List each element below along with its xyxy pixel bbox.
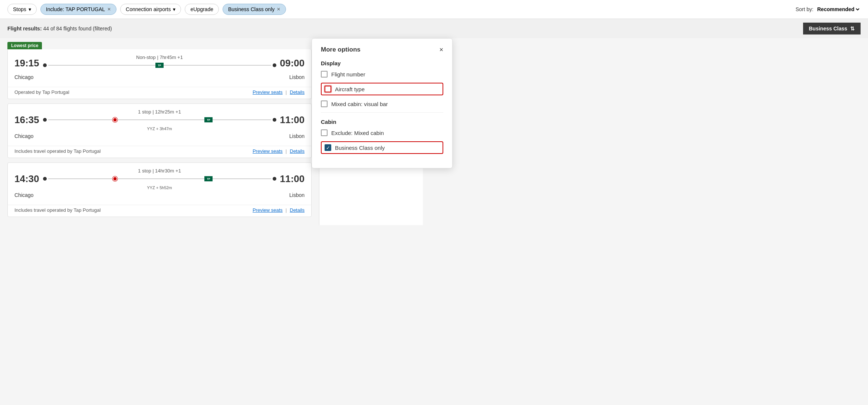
aircraft-type-checkbox[interactable] [325, 86, 331, 92]
business-class-only-label[interactable]: Business Class only [335, 145, 385, 151]
business-class-label: Business Class only [228, 6, 274, 12]
cabin-selector: Business Class ⇅ [803, 23, 861, 34]
cabin-label[interactable]: Business Class ⇅ [803, 23, 861, 34]
sort-select[interactable]: Recommended [816, 6, 861, 13]
panel-title: More options [321, 46, 361, 53]
route-info-2: 1 stop | 12hr25m +1 [138, 109, 181, 115]
flight-number-checkbox[interactable] [321, 71, 328, 78]
arrive-time-1: 09:00 [280, 57, 305, 69]
route-info-1: Non-stop | 7hr45m +1 [136, 55, 183, 60]
cabin-section-title: Cabin [321, 119, 443, 125]
stop-code-3: YYZ [147, 185, 155, 190]
depart-time-3: 14:30 [14, 173, 39, 185]
eupgrade-label: eUpgrade [190, 6, 213, 12]
from-city-1: Chicago [14, 74, 33, 80]
panel-close-icon[interactable]: × [439, 46, 443, 53]
sort-area: Sort by: Recommended [796, 6, 861, 13]
include-tap-filter[interactable]: Include: TAP PORTUGAL ✕ [40, 4, 116, 15]
tap-logo-2: TP [204, 117, 213, 122]
arrive-time-3: 11:00 [280, 173, 305, 185]
details-3[interactable]: Details [290, 207, 305, 213]
preview-seats-3[interactable]: Preview seats [253, 207, 283, 213]
layover-3: + 5h52m [156, 185, 172, 190]
stop-dot-2 [112, 118, 117, 122]
preview-seats-2[interactable]: Preview seats [253, 148, 283, 154]
dest-dot-1 [273, 63, 276, 67]
stop-marker-2 [112, 118, 117, 122]
table-row: 16:35 1 stop | 12hr25m +1 TP [7, 103, 312, 158]
from-city-2: Chicago [14, 133, 33, 139]
sort-by-label: Sort by: [796, 6, 813, 12]
exclude-mixed-label[interactable]: Exclude: Mixed cabin [331, 130, 384, 136]
route-line-1: TP [39, 62, 280, 69]
operated-by-2: Includes travel operated by Tap Portugal [14, 148, 101, 154]
flight-number-option: Flight number [321, 71, 443, 78]
dest-dot-3 [273, 177, 276, 181]
to-city-1: Lisbon [289, 74, 305, 80]
results-bar: Flight results: 44 of 84 flights found (… [0, 19, 868, 38]
stop-marker-3 [112, 177, 117, 181]
business-class-close-icon[interactable]: ✕ [277, 7, 280, 12]
from-city-3: Chicago [14, 192, 33, 198]
business-class-only-option: ✓ Business Class only [321, 141, 443, 154]
line-inner-1: TP [48, 65, 271, 66]
main-layout: Lowest price 19:15 Non-stop | 7hr45m +1 … [0, 38, 868, 225]
panel-divider [321, 112, 443, 113]
tap-logo-3: TP [204, 176, 213, 181]
stop-code-2: YYZ [147, 126, 155, 131]
business-class-only-checkbox[interactable]: ✓ [325, 144, 331, 151]
display-section-title: Display [321, 60, 443, 66]
cabin-dropdown-icon: ⇅ [850, 26, 855, 32]
more-options-panel: More options × Display Flight number Air… [312, 38, 453, 168]
route-info-3: 1 stop | 14hr30m +1 [138, 168, 181, 174]
lowest-price-badge-label: Lowest price [7, 42, 312, 49]
stops-filter-label: Stops [13, 6, 26, 12]
mixed-cabin-bar-checkbox[interactable] [321, 101, 328, 107]
to-city-3: Lisbon [289, 192, 305, 198]
line-inner-2: TP [48, 119, 271, 120]
table-row: 19:15 Non-stop | 7hr45m +1 TP [7, 49, 312, 99]
connection-airports-filter[interactable]: Connection airports ▾ [120, 4, 181, 15]
route-line-3: TP [39, 175, 280, 182]
arrive-time-2: 11:00 [280, 114, 305, 126]
depart-time-1: 19:15 [14, 57, 39, 69]
stops-dropdown-icon: ▾ [29, 6, 31, 12]
connection-airports-dropdown-icon: ▾ [173, 6, 175, 12]
filter-bar: Stops ▾ Include: TAP PORTUGAL ✕ Connecti… [0, 0, 868, 19]
results-text: Flight results: 44 of 84 flights found (… [7, 26, 112, 32]
origin-dot-2 [43, 118, 47, 122]
eupgrade-filter[interactable]: eUpgrade [185, 4, 219, 15]
depart-time-2: 16:35 [14, 114, 39, 126]
include-tap-label: Include: TAP PORTUGAL [46, 6, 105, 12]
include-tap-close-icon[interactable]: ✕ [107, 7, 111, 12]
operated-by-1: Operated by Tap Portugal [14, 89, 69, 95]
preview-seats-1[interactable]: Preview seats [253, 89, 283, 95]
tap-logo-1: TP [155, 63, 164, 68]
stops-filter[interactable]: Stops ▾ [7, 4, 37, 15]
aircraft-type-label[interactable]: Aircraft type [335, 86, 365, 92]
business-class-filter[interactable]: Business Class only ✕ [223, 4, 286, 15]
origin-dot-3 [43, 177, 47, 181]
to-city-2: Lisbon [289, 133, 305, 139]
layover-2: + 3h47m [156, 126, 172, 131]
details-2[interactable]: Details [290, 148, 305, 154]
details-1[interactable]: Details [290, 89, 305, 95]
route-line-2: TP [39, 116, 280, 124]
table-row: 14:30 1 stop | 14hr30m +1 TP [7, 162, 312, 217]
exclude-mixed-checkbox[interactable] [321, 129, 328, 136]
origin-dot-1 [43, 63, 47, 67]
stop-dot-3 [112, 177, 117, 181]
flights-list: Lowest price 19:15 Non-stop | 7hr45m +1 … [0, 38, 319, 225]
dest-dot-2 [273, 118, 276, 122]
exclude-mixed-option: Exclude: Mixed cabin [321, 129, 443, 136]
operated-by-3: Includes travel operated by Tap Portugal [14, 207, 101, 213]
flight-number-label[interactable]: Flight number [331, 71, 365, 78]
mixed-cabin-bar-option: Mixed cabin: visual bar [321, 101, 443, 107]
connection-airports-label: Connection airports [126, 6, 171, 12]
aircraft-type-option: Aircraft type [321, 83, 443, 95]
mixed-cabin-bar-label[interactable]: Mixed cabin: visual bar [331, 101, 388, 107]
line-inner-3: TP [48, 178, 271, 179]
